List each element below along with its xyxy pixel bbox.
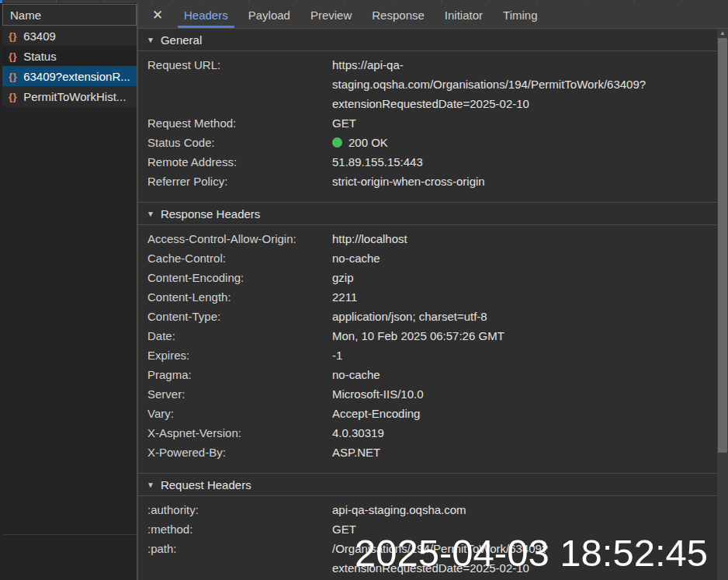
collapse-triangle-icon: ▼ — [147, 210, 154, 218]
header-value: 2211 — [332, 287, 717, 307]
scrollbar-thumb[interactable] — [718, 38, 727, 453]
tab-timing[interactable]: Timing — [494, 2, 546, 28]
section-response-headers-rows: Access-Control-Allow-Origin: http://loca… — [138, 225, 717, 473]
json-braces-icon: {} — [9, 71, 17, 82]
json-braces-icon: {} — [9, 50, 17, 62]
header-name: Access-Control-Allow-Origin: — [138, 229, 332, 248]
header-value: strict-origin-when-cross-origin — [332, 172, 717, 191]
status-ok-dot-icon — [332, 137, 342, 148]
header-row: Date: Mon, 10 Feb 2025 06:57:26 GMT — [138, 326, 717, 346]
header-name: Request Method: — [138, 113, 332, 133]
request-list: {} 63409 {} Status {} 63409?extensionR..… — [2, 26, 137, 106]
json-braces-icon: {} — [9, 30, 17, 42]
header-name: Request URL: — [138, 55, 332, 113]
header-value: 200 OK — [332, 133, 717, 152]
header-row: Expires: -1 — [138, 346, 717, 365]
request-row-label: PermitToWorkHist... — [23, 90, 126, 103]
header-row: Server: Microsoft-IIS/10.0 — [138, 384, 717, 404]
headers-content: ▼ General Request URL: https://api-qa-st… — [138, 29, 717, 580]
network-request-sidebar: Name {} 63409 {} Status {} 63409?extensi… — [0, 3, 138, 580]
header-name: :method: — [138, 519, 332, 539]
header-row-status-code: Status Code: 200 OK — [138, 133, 717, 152]
tab-initiator[interactable]: Initiator — [436, 2, 491, 28]
header-value: Microsoft-IIS/10.0 — [332, 384, 717, 404]
header-name: Date: — [138, 326, 332, 346]
header-row: Referrer Policy: strict-origin-when-cros… — [138, 172, 717, 191]
header-row: Request Method: GET — [138, 113, 717, 133]
header-value: application/json; charset=utf-8 — [332, 307, 717, 326]
request-details-panel: ✕ Headers Payload Preview Response Initi… — [138, 0, 728, 580]
tab-payload[interactable]: Payload — [240, 2, 299, 28]
header-row: Content-Type: application/json; charset=… — [138, 307, 717, 326]
tab-label: Preview — [310, 9, 352, 22]
collapse-triangle-icon: ▼ — [147, 481, 154, 489]
sidebar-divider — [4, 534, 137, 535]
name-column-header[interactable]: Name — [2, 4, 137, 26]
header-value: Mon, 10 Feb 2025 06:57:26 GMT — [332, 326, 717, 346]
status-code-text: 200 OK — [348, 136, 388, 149]
header-row: Access-Control-Allow-Origin: http://loca… — [138, 229, 717, 248]
header-row: Remote Address: 51.89.155.15:443 — [138, 152, 717, 172]
header-name: Remote Address: — [138, 152, 332, 172]
header-name: Server: — [138, 384, 332, 404]
tab-preview[interactable]: Preview — [302, 2, 360, 28]
request-row-63409-extension-selected[interactable]: {} 63409?extensionR... — [2, 66, 137, 86]
header-value: 51.89.155.15:443 — [332, 152, 717, 172]
section-general: ▼ General Request URL: https://api-qa-st… — [138, 29, 717, 202]
section-title: Response Headers — [161, 207, 260, 221]
request-row-63409[interactable]: {} 63409 — [2, 26, 137, 46]
request-row-status[interactable]: {} Status — [2, 46, 137, 66]
section-response-headers-header[interactable]: ▼ Response Headers — [138, 203, 717, 225]
tab-label: Initiator — [445, 9, 483, 22]
header-row: Content-Encoding: gzip — [138, 268, 717, 287]
header-row: Content-Length: 2211 — [138, 287, 717, 307]
request-row-label: Status — [23, 50, 57, 63]
header-name: Content-Length: — [138, 287, 332, 307]
header-value: 4.0.30319 — [332, 423, 717, 443]
tab-response[interactable]: Response — [363, 2, 433, 28]
header-value: GET — [332, 113, 717, 133]
scroll-up-arrow-icon[interactable]: ▲ — [717, 29, 728, 38]
vertical-scrollbar[interactable]: ▲ — [717, 29, 728, 580]
header-name: Status Code: — [138, 133, 332, 152]
section-general-rows: Request URL: https://api-qa-staging.oqsh… — [138, 51, 717, 202]
section-request-headers-header[interactable]: ▼ Request Headers — [138, 474, 717, 496]
header-row: Vary: Accept-Encoding — [138, 404, 717, 423]
section-title: General — [161, 33, 202, 47]
json-braces-icon: {} — [9, 91, 17, 102]
header-value: gzip — [332, 268, 717, 287]
header-name: Content-Encoding: — [138, 268, 332, 287]
header-name: Expires: — [138, 346, 332, 365]
header-value: -1 — [332, 346, 717, 365]
header-name: X-Powered-By: — [138, 443, 332, 462]
tab-label: Payload — [248, 9, 290, 22]
section-title: Request Headers — [161, 478, 251, 491]
header-name: Referrer Policy: — [138, 172, 332, 191]
header-row: X-Aspnet-Version: 4.0.30319 — [138, 423, 717, 443]
header-row: Pragma: no-cache — [138, 365, 717, 384]
header-value: no-cache — [332, 248, 717, 268]
header-row: X-Powered-By: ASP.NET — [138, 443, 717, 462]
header-value: https://api-qa-staging.oqsha.com/Organis… — [332, 55, 717, 113]
section-response-headers: ▼ Response Headers Access-Control-Allow-… — [138, 202, 717, 473]
collapse-triangle-icon: ▼ — [147, 36, 154, 44]
timestamp-watermark: 2025-04-03 18:52:45 — [355, 531, 708, 575]
tab-headers[interactable]: Headers — [175, 2, 237, 28]
request-row-permittoworkhistory[interactable]: {} PermitToWorkHist... — [2, 86, 137, 106]
header-row: :authority: api-qa-staging.oqsha.com — [138, 500, 717, 519]
header-name: Vary: — [138, 404, 332, 423]
tab-label: Headers — [184, 9, 228, 22]
tab-label: Timing — [503, 9, 537, 22]
header-row: Request URL: https://api-qa-staging.oqsh… — [138, 55, 717, 113]
header-value: Accept-Encoding — [332, 404, 717, 423]
header-name: Content-Type: — [138, 307, 332, 326]
details-tab-bar: ✕ Headers Payload Preview Response Initi… — [138, 2, 728, 29]
header-name: :authority: — [138, 500, 332, 519]
header-name: Pragma: — [138, 365, 332, 384]
header-row: Cache-Control: no-cache — [138, 248, 717, 268]
tab-label: Response — [372, 9, 425, 22]
header-value: no-cache — [332, 365, 717, 384]
close-panel-button[interactable]: ✕ — [143, 2, 172, 28]
section-general-header[interactable]: ▼ General — [138, 29, 717, 51]
header-name: :path: — [138, 539, 332, 578]
